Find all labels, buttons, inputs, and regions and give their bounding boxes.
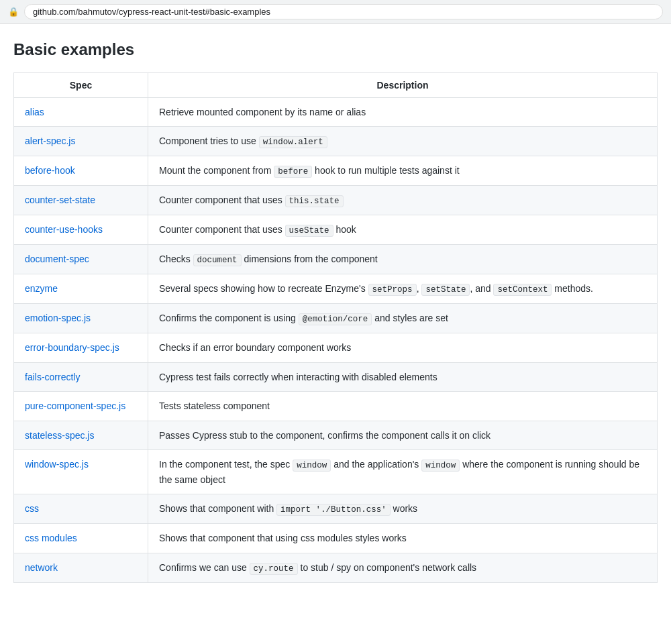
description-cell: Passes Cypress stub to the component, co… (148, 421, 658, 449)
table-row: counter-use-hooksCounter component that … (14, 215, 658, 245)
inline-code: @emotion/core (299, 313, 372, 325)
inline-code: window.alert (259, 136, 327, 148)
spec-link[interactable]: css (25, 503, 39, 514)
table-row: css modulesShows that component that usi… (14, 524, 658, 553)
table-row: error-boundary-spec.jsChecks if an error… (14, 333, 658, 362)
inline-code: before (274, 166, 312, 178)
spec-cell: alias (14, 98, 148, 127)
spec-link[interactable]: counter-set-state (25, 195, 95, 205)
inline-code: cy.route (250, 563, 298, 575)
page-title: Basic examples (13, 40, 658, 59)
table-row: networkConfirms we can use cy.route to s… (14, 553, 658, 582)
description-cell: Shows that component that using css modu… (148, 524, 658, 553)
table-row: before-hookMount the component from befo… (14, 156, 658, 186)
spec-link[interactable]: css modules (25, 533, 77, 543)
table-row: pure-component-spec.jsTests stateless co… (14, 392, 658, 421)
table-row: enzymeSeveral specs showing how to recre… (14, 274, 658, 304)
spec-link[interactable]: fails-correctly (25, 372, 80, 382)
spec-cell: error-boundary-spec.js (14, 333, 148, 362)
description-cell: Tests stateless component (148, 392, 658, 421)
spec-cell: enzyme (14, 274, 148, 304)
spec-cell: pure-component-spec.js (14, 392, 148, 421)
spec-cell: network (14, 553, 148, 582)
description-cell: Checks if an error boundary component wo… (148, 333, 658, 362)
spec-link[interactable]: counter-use-hooks (25, 224, 103, 235)
spec-link[interactable]: stateless-spec.js (25, 430, 94, 441)
description-cell: Retrieve mounted component by its name o… (148, 98, 658, 127)
inline-code: setState (421, 284, 470, 296)
table-row: alert-spec.jsComponent tries to use wind… (14, 127, 658, 156)
spec-link[interactable]: document-spec (25, 254, 89, 264)
description-cell: Several specs showing how to recreate En… (148, 274, 658, 304)
inline-code: setProps (368, 284, 417, 296)
description-cell: Mount the component from before hook to … (148, 156, 658, 186)
spec-cell: css (14, 494, 148, 524)
inline-code: this.state (285, 195, 344, 207)
table-row: cssShows that component with import './B… (14, 494, 658, 524)
table-row: emotion-spec.jsConfirms the component is… (14, 304, 658, 333)
inline-code: import './Button.css' (276, 504, 391, 516)
browser-bar: 🔒 github.com/bahmutov/cypress-react-unit… (0, 0, 671, 24)
inline-code: window (421, 460, 460, 472)
page-content: Basic examples Spec Description aliasRet… (0, 24, 671, 599)
table-row: counter-set-stateCounter component that … (14, 186, 658, 215)
description-cell: Checks document dimensions from the comp… (148, 245, 658, 274)
spec-cell: document-spec (14, 245, 148, 274)
description-cell: Shows that component with import './Butt… (148, 494, 658, 524)
table-row: document-specChecks document dimensions … (14, 245, 658, 274)
spec-link[interactable]: before-hook (25, 165, 75, 176)
table-header-row: Spec Description (14, 73, 658, 98)
description-column-header: Description (148, 73, 658, 98)
spec-cell: stateless-spec.js (14, 421, 148, 449)
spec-link[interactable]: alert-spec.js (25, 136, 75, 146)
spec-cell: counter-use-hooks (14, 215, 148, 245)
description-cell: Cypress test fails correctly when intera… (148, 362, 658, 391)
table-row: window-spec.jsIn the component test, the… (14, 449, 658, 494)
description-cell: Confirms we can use cy.route to stub / s… (148, 553, 658, 582)
spec-cell: before-hook (14, 156, 148, 186)
examples-table: Spec Description aliasRetrieve mounted c… (13, 72, 658, 583)
spec-link[interactable]: alias (25, 107, 44, 117)
description-cell: Counter component that uses useState hoo… (148, 215, 658, 245)
spec-cell: alert-spec.js (14, 127, 148, 156)
spec-link[interactable]: error-boundary-spec.js (25, 342, 119, 353)
spec-cell: emotion-spec.js (14, 304, 148, 333)
spec-link[interactable]: window-spec.js (25, 459, 89, 470)
inline-code: useState (285, 225, 333, 237)
spec-link[interactable]: pure-component-spec.js (25, 400, 125, 411)
spec-link[interactable]: emotion-spec.js (25, 313, 91, 323)
table-row: aliasRetrieve mounted component by its n… (14, 98, 658, 127)
spec-cell: window-spec.js (14, 449, 148, 494)
spec-cell: counter-set-state (14, 186, 148, 215)
inline-code: document (193, 254, 242, 266)
spec-cell: fails-correctly (14, 362, 148, 391)
inline-code: window (293, 460, 331, 472)
spec-link[interactable]: enzyme (25, 283, 58, 294)
description-cell: Confirms the component is using @emotion… (148, 304, 658, 333)
spec-column-header: Spec (14, 73, 148, 98)
lock-icon: 🔒 (8, 7, 19, 17)
spec-link[interactable]: network (25, 562, 58, 573)
spec-cell: css modules (14, 524, 148, 553)
description-cell: Counter component that uses this.state (148, 186, 658, 215)
description-cell: In the component test, the spec window a… (148, 449, 658, 494)
table-row: fails-correctlyCypress test fails correc… (14, 362, 658, 391)
inline-code: setContext (493, 284, 552, 296)
table-row: stateless-spec.jsPasses Cypress stub to … (14, 421, 658, 449)
description-cell: Component tries to use window.alert (148, 127, 658, 156)
url-bar[interactable]: github.com/bahmutov/cypress-react-unit-t… (24, 4, 663, 19)
